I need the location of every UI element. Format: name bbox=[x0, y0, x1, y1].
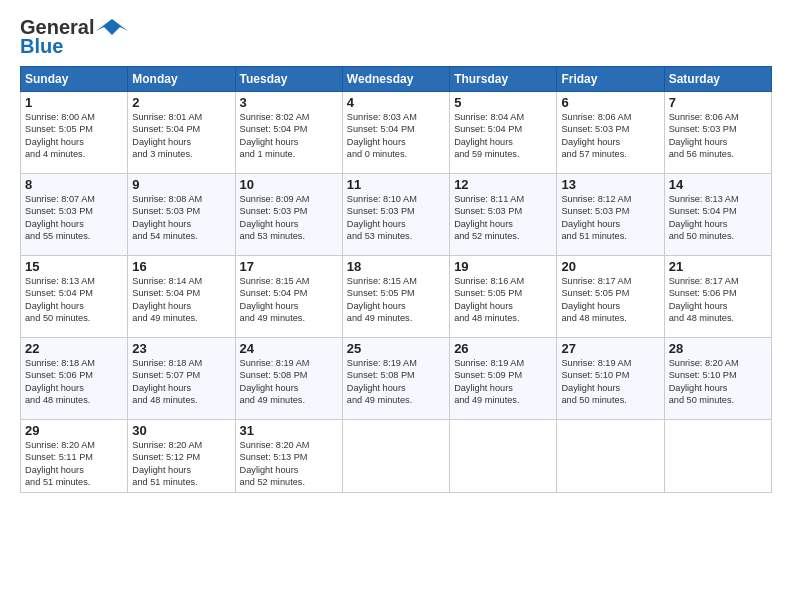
day-info: Sunrise: 8:06 AM Sunset: 5:03 PM Dayligh… bbox=[669, 111, 767, 161]
day-number: 6 bbox=[561, 95, 659, 110]
day-info: Sunrise: 8:04 AM Sunset: 5:04 PM Dayligh… bbox=[454, 111, 552, 161]
day-info: Sunrise: 8:15 AM Sunset: 5:05 PM Dayligh… bbox=[347, 275, 445, 325]
calendar-cell: 6 Sunrise: 8:06 AM Sunset: 5:03 PM Dayli… bbox=[557, 92, 664, 174]
calendar-cell: 25 Sunrise: 8:19 AM Sunset: 5:08 PM Dayl… bbox=[342, 338, 449, 420]
day-number: 31 bbox=[240, 423, 338, 438]
logo-bird-icon bbox=[96, 17, 128, 39]
day-info: Sunrise: 8:03 AM Sunset: 5:04 PM Dayligh… bbox=[347, 111, 445, 161]
day-number: 26 bbox=[454, 341, 552, 356]
calendar-cell: 22 Sunrise: 8:18 AM Sunset: 5:06 PM Dayl… bbox=[21, 338, 128, 420]
day-info: Sunrise: 8:13 AM Sunset: 5:04 PM Dayligh… bbox=[669, 193, 767, 243]
day-info: Sunrise: 8:07 AM Sunset: 5:03 PM Dayligh… bbox=[25, 193, 123, 243]
calendar-cell: 24 Sunrise: 8:19 AM Sunset: 5:08 PM Dayl… bbox=[235, 338, 342, 420]
calendar-cell: 16 Sunrise: 8:14 AM Sunset: 5:04 PM Dayl… bbox=[128, 256, 235, 338]
header: General Blue bbox=[20, 16, 772, 58]
calendar-cell: 8 Sunrise: 8:07 AM Sunset: 5:03 PM Dayli… bbox=[21, 174, 128, 256]
day-info: Sunrise: 8:17 AM Sunset: 5:05 PM Dayligh… bbox=[561, 275, 659, 325]
calendar-cell: 19 Sunrise: 8:16 AM Sunset: 5:05 PM Dayl… bbox=[450, 256, 557, 338]
calendar-cell: 29 Sunrise: 8:20 AM Sunset: 5:11 PM Dayl… bbox=[21, 420, 128, 493]
col-header-thursday: Thursday bbox=[450, 67, 557, 92]
day-number: 10 bbox=[240, 177, 338, 192]
day-number: 4 bbox=[347, 95, 445, 110]
day-info: Sunrise: 8:20 AM Sunset: 5:11 PM Dayligh… bbox=[25, 439, 123, 489]
calendar-cell: 1 Sunrise: 8:00 AM Sunset: 5:05 PM Dayli… bbox=[21, 92, 128, 174]
day-info: Sunrise: 8:14 AM Sunset: 5:04 PM Dayligh… bbox=[132, 275, 230, 325]
day-number: 29 bbox=[25, 423, 123, 438]
day-info: Sunrise: 8:16 AM Sunset: 5:05 PM Dayligh… bbox=[454, 275, 552, 325]
calendar-cell: 11 Sunrise: 8:10 AM Sunset: 5:03 PM Dayl… bbox=[342, 174, 449, 256]
day-info: Sunrise: 8:18 AM Sunset: 5:06 PM Dayligh… bbox=[25, 357, 123, 407]
calendar-cell: 26 Sunrise: 8:19 AM Sunset: 5:09 PM Dayl… bbox=[450, 338, 557, 420]
day-number: 13 bbox=[561, 177, 659, 192]
day-info: Sunrise: 8:15 AM Sunset: 5:04 PM Dayligh… bbox=[240, 275, 338, 325]
day-number: 12 bbox=[454, 177, 552, 192]
calendar-header-row: SundayMondayTuesdayWednesdayThursdayFrid… bbox=[21, 67, 772, 92]
logo: General Blue bbox=[20, 16, 128, 58]
calendar-cell: 18 Sunrise: 8:15 AM Sunset: 5:05 PM Dayl… bbox=[342, 256, 449, 338]
calendar-cell bbox=[342, 420, 449, 493]
day-info: Sunrise: 8:19 AM Sunset: 5:09 PM Dayligh… bbox=[454, 357, 552, 407]
calendar-cell: 21 Sunrise: 8:17 AM Sunset: 5:06 PM Dayl… bbox=[664, 256, 771, 338]
day-number: 18 bbox=[347, 259, 445, 274]
day-info: Sunrise: 8:02 AM Sunset: 5:04 PM Dayligh… bbox=[240, 111, 338, 161]
day-info: Sunrise: 8:06 AM Sunset: 5:03 PM Dayligh… bbox=[561, 111, 659, 161]
calendar-cell: 4 Sunrise: 8:03 AM Sunset: 5:04 PM Dayli… bbox=[342, 92, 449, 174]
day-info: Sunrise: 8:20 AM Sunset: 5:12 PM Dayligh… bbox=[132, 439, 230, 489]
day-info: Sunrise: 8:19 AM Sunset: 5:08 PM Dayligh… bbox=[347, 357, 445, 407]
col-header-sunday: Sunday bbox=[21, 67, 128, 92]
day-info: Sunrise: 8:08 AM Sunset: 5:03 PM Dayligh… bbox=[132, 193, 230, 243]
calendar-cell: 17 Sunrise: 8:15 AM Sunset: 5:04 PM Dayl… bbox=[235, 256, 342, 338]
day-number: 11 bbox=[347, 177, 445, 192]
calendar-cell: 12 Sunrise: 8:11 AM Sunset: 5:03 PM Dayl… bbox=[450, 174, 557, 256]
day-info: Sunrise: 8:11 AM Sunset: 5:03 PM Dayligh… bbox=[454, 193, 552, 243]
calendar-cell: 15 Sunrise: 8:13 AM Sunset: 5:04 PM Dayl… bbox=[21, 256, 128, 338]
day-number: 24 bbox=[240, 341, 338, 356]
calendar-cell: 9 Sunrise: 8:08 AM Sunset: 5:03 PM Dayli… bbox=[128, 174, 235, 256]
day-number: 7 bbox=[669, 95, 767, 110]
day-number: 17 bbox=[240, 259, 338, 274]
calendar-cell: 14 Sunrise: 8:13 AM Sunset: 5:04 PM Dayl… bbox=[664, 174, 771, 256]
day-info: Sunrise: 8:00 AM Sunset: 5:05 PM Dayligh… bbox=[25, 111, 123, 161]
logo-blue: Blue bbox=[20, 35, 63, 58]
day-number: 5 bbox=[454, 95, 552, 110]
day-info: Sunrise: 8:18 AM Sunset: 5:07 PM Dayligh… bbox=[132, 357, 230, 407]
day-number: 15 bbox=[25, 259, 123, 274]
day-info: Sunrise: 8:13 AM Sunset: 5:04 PM Dayligh… bbox=[25, 275, 123, 325]
col-header-friday: Friday bbox=[557, 67, 664, 92]
calendar-cell: 30 Sunrise: 8:20 AM Sunset: 5:12 PM Dayl… bbox=[128, 420, 235, 493]
day-number: 27 bbox=[561, 341, 659, 356]
col-header-saturday: Saturday bbox=[664, 67, 771, 92]
calendar-cell bbox=[664, 420, 771, 493]
page: General Blue SundayMondayTuesdayWednesda… bbox=[0, 0, 792, 612]
day-number: 20 bbox=[561, 259, 659, 274]
day-number: 16 bbox=[132, 259, 230, 274]
day-info: Sunrise: 8:09 AM Sunset: 5:03 PM Dayligh… bbox=[240, 193, 338, 243]
day-info: Sunrise: 8:19 AM Sunset: 5:10 PM Dayligh… bbox=[561, 357, 659, 407]
day-number: 3 bbox=[240, 95, 338, 110]
day-number: 30 bbox=[132, 423, 230, 438]
day-info: Sunrise: 8:20 AM Sunset: 5:13 PM Dayligh… bbox=[240, 439, 338, 489]
calendar-cell: 23 Sunrise: 8:18 AM Sunset: 5:07 PM Dayl… bbox=[128, 338, 235, 420]
day-number: 9 bbox=[132, 177, 230, 192]
calendar-cell: 7 Sunrise: 8:06 AM Sunset: 5:03 PM Dayli… bbox=[664, 92, 771, 174]
calendar-cell: 5 Sunrise: 8:04 AM Sunset: 5:04 PM Dayli… bbox=[450, 92, 557, 174]
day-number: 1 bbox=[25, 95, 123, 110]
day-info: Sunrise: 8:12 AM Sunset: 5:03 PM Dayligh… bbox=[561, 193, 659, 243]
day-number: 8 bbox=[25, 177, 123, 192]
calendar-cell: 3 Sunrise: 8:02 AM Sunset: 5:04 PM Dayli… bbox=[235, 92, 342, 174]
day-number: 2 bbox=[132, 95, 230, 110]
day-info: Sunrise: 8:17 AM Sunset: 5:06 PM Dayligh… bbox=[669, 275, 767, 325]
day-info: Sunrise: 8:01 AM Sunset: 5:04 PM Dayligh… bbox=[132, 111, 230, 161]
calendar-cell bbox=[450, 420, 557, 493]
calendar-cell: 10 Sunrise: 8:09 AM Sunset: 5:03 PM Dayl… bbox=[235, 174, 342, 256]
calendar-cell: 13 Sunrise: 8:12 AM Sunset: 5:03 PM Dayl… bbox=[557, 174, 664, 256]
day-number: 19 bbox=[454, 259, 552, 274]
calendar-cell: 27 Sunrise: 8:19 AM Sunset: 5:10 PM Dayl… bbox=[557, 338, 664, 420]
day-number: 14 bbox=[669, 177, 767, 192]
calendar-cell: 2 Sunrise: 8:01 AM Sunset: 5:04 PM Dayli… bbox=[128, 92, 235, 174]
calendar-cell: 31 Sunrise: 8:20 AM Sunset: 5:13 PM Dayl… bbox=[235, 420, 342, 493]
day-info: Sunrise: 8:20 AM Sunset: 5:10 PM Dayligh… bbox=[669, 357, 767, 407]
calendar-table: SundayMondayTuesdayWednesdayThursdayFrid… bbox=[20, 66, 772, 493]
col-header-tuesday: Tuesday bbox=[235, 67, 342, 92]
day-number: 22 bbox=[25, 341, 123, 356]
